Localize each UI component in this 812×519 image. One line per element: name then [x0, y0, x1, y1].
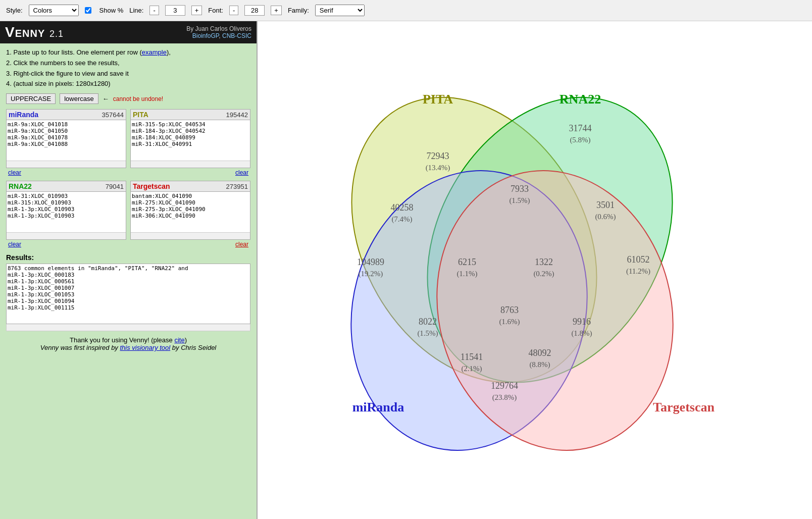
region-pita-rna22-val: 7933 [511, 184, 529, 194]
pita-hscroll[interactable] [131, 161, 250, 168]
miranda-textarea[interactable]: miR-9a:XLOC_041018 miR-9a:XLOC_041050 mi… [7, 120, 126, 161]
cnb-csic-link[interactable]: CNB-CSIC [222, 32, 251, 39]
venn-container: PITA RNA22 miRanda Targetscan 72943 (13.… [258, 21, 812, 519]
line-label: Line: [129, 7, 143, 14]
miranda-hscroll[interactable] [7, 161, 126, 168]
region-rna22-targetscan-pct: (0.6%) [595, 213, 616, 221]
bioinfoGP-link[interactable]: BioinfoGP [192, 32, 219, 39]
family-label: Family: [288, 7, 309, 14]
region-rna22-only-val: 31744 [569, 123, 592, 133]
line-plus-button[interactable]: + [191, 6, 202, 15]
pita-clear: clear [130, 168, 250, 177]
example-link[interactable]: example [142, 48, 167, 56]
region-pita-miranda-val: 40258 [391, 202, 414, 213]
footer: Thank you for using Venny! (please cite)… [6, 331, 250, 353]
font-label: Font: [208, 7, 223, 14]
font-value: 28 [244, 5, 265, 16]
lists-grid: miRanda 357644 miR-9a:XLOC_041018 miR-9a… [6, 109, 250, 248]
region-3-left-pct: (1.1%) [456, 270, 477, 278]
miranda-list: miRanda 357644 miR-9a:XLOC_041018 miR-9a… [6, 109, 126, 168]
targetscan-textarea[interactable]: bantam:XLOC_041090 miR-275:XLOC_041090 m… [131, 192, 250, 232]
miranda-header: miRanda 357644 [7, 110, 126, 120]
lowercase-button[interactable]: lowercase [60, 93, 98, 104]
cannot-undo-text: cannot be undone! [113, 95, 163, 102]
rna22-count: 79041 [106, 183, 124, 190]
region-3-right-val: 1322 [535, 257, 553, 267]
instruction-3: 3. Right-click the figure to view and sa… [6, 69, 250, 79]
pita-header: PITA 195442 [131, 110, 250, 120]
pita-count: 195442 [226, 111, 248, 119]
pita-title: PITA [133, 111, 148, 119]
arrow-icon: ← [103, 95, 109, 102]
miranda-clear-link[interactable]: clear [8, 169, 21, 176]
instruction-1: 1. Paste up to four lists. One element p… [6, 47, 250, 58]
miranda-count: 357644 [102, 111, 124, 119]
visionary-tool-link[interactable]: this visionary tool [120, 344, 171, 351]
region-rna22-only-pct: (5.8%) [570, 136, 590, 144]
rna22-label: RNA22 [560, 92, 601, 107]
region-rna22-ts-val: 9916 [573, 317, 591, 327]
app-version: 2.1 [49, 29, 64, 39]
region-miranda-only-val: 104989 [357, 257, 384, 267]
venn-diagram[interactable]: PITA RNA22 miRanda Targetscan 72943 (13.… [270, 73, 800, 467]
style-select[interactable]: Colors Classic Black/White [29, 5, 79, 16]
targetscan-header: Targetscan 273951 [131, 181, 250, 192]
uppercase-button[interactable]: UPPERCASE [6, 93, 56, 104]
region-3-bottom-pct: (8.8%) [529, 360, 550, 369]
app-name: Venny 2.1 [5, 24, 64, 40]
results-hscroll[interactable] [6, 324, 250, 331]
region-all-four-val: 8763 [500, 305, 519, 315]
left-panel: Venny 2.1 By Juan Carlos Oliveros Bioinf… [0, 21, 258, 519]
pita-label: PITA [423, 92, 453, 107]
region-miranda-pita-pct: (1.5%) [417, 329, 438, 338]
app-author: By Juan Carlos Oliveros BioinfoGP, CNB-C… [186, 25, 251, 39]
rna22-header: RNA22 79041 [7, 181, 126, 192]
miranda-label: miRanda [352, 400, 404, 414]
style-label: Style: [6, 7, 23, 14]
author-text: By Juan Carlos Oliveros [186, 25, 251, 32]
targetscan-clear-link[interactable]: clear [235, 241, 248, 248]
targetscan-block: Targetscan 273951 bantam:XLOC_041090 miR… [130, 181, 250, 248]
rna22-clear-link[interactable]: clear [8, 241, 21, 248]
case-row: UPPERCASE lowercase ← cannot be undone! [6, 93, 250, 104]
show-pct-checkbox[interactable] [85, 7, 91, 14]
region-miranda-ts-val: 11541 [461, 352, 483, 362]
line-minus-button[interactable]: - [149, 6, 159, 15]
targetscan-list: Targetscan 273951 bantam:XLOC_041090 miR… [130, 181, 250, 240]
instruction-2: 2. Click the numbers to see the results, [6, 58, 250, 69]
targetscan-hscroll[interactable] [131, 232, 250, 239]
rna22-textarea[interactable]: miR-31:XLOC_010903 miR-315:XLOC_010903 m… [7, 192, 126, 232]
region-rna22-ts-pct: (1.8%) [571, 329, 592, 338]
region-targetscan-only-val: 61052 [627, 254, 650, 265]
font-plus-button[interactable]: + [271, 6, 282, 15]
region-miranda-ts-pct: (2.1%) [461, 365, 482, 373]
miranda-block: miRanda 357644 miR-9a:XLOC_041018 miR-9a… [6, 109, 126, 177]
pita-textarea[interactable]: miR-315-5p:XLOC_040534 miR-184-3p:XLOC_0… [131, 120, 250, 161]
region-bottom-pct: (23.8%) [492, 393, 517, 402]
region-rna22-targetscan-val: 3501 [596, 200, 615, 210]
miranda-clear: clear [6, 168, 126, 177]
pita-clear-link[interactable]: clear [235, 169, 248, 176]
region-pita-rna22-pct: (1.5%) [509, 196, 530, 205]
app-title-bar: Venny 2.1 By Juan Carlos Oliveros Bioinf… [0, 21, 257, 43]
region-pita-only-pct: (13.4%) [426, 164, 450, 172]
cite-link[interactable]: cite [174, 336, 184, 344]
thank-you-text: Thank you for using Venny! (please cite) [6, 336, 250, 344]
main-layout: Venny 2.1 By Juan Carlos Oliveros Bioinf… [0, 21, 812, 519]
results-textarea[interactable]: 8763 common elements in "miRanda", "PITA… [6, 264, 250, 324]
rna22-clear: clear [6, 240, 126, 248]
region-miranda-only-pct: (19.2%) [359, 270, 383, 278]
rna22-hscroll[interactable] [7, 232, 126, 239]
instructions: 1. Paste up to four lists. One element p… [6, 47, 250, 89]
rna22-block: RNA22 79041 miR-31:XLOC_010903 miR-315:X… [6, 181, 126, 248]
miranda-title: miRanda [9, 111, 38, 119]
results-label: Results: [6, 253, 250, 262]
region-bottom-val: 129764 [491, 381, 518, 391]
rna22-list: RNA22 79041 miR-31:XLOC_010903 miR-315:X… [6, 181, 126, 240]
font-minus-button[interactable]: - [229, 6, 238, 15]
show-pct-label: Show % [99, 7, 124, 14]
region-3-left-val: 6215 [458, 257, 476, 267]
family-select[interactable]: Serif Sans-Serif Monospace [315, 5, 365, 16]
region-pita-miranda-pct: (7.4%) [391, 215, 412, 224]
targetscan-title: Targetscan [133, 182, 170, 190]
